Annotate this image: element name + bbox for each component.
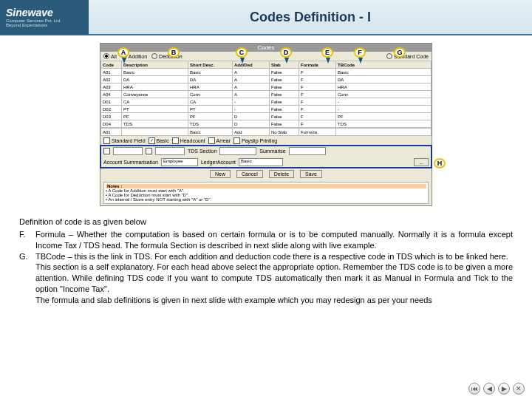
- cell-code: D01: [101, 98, 122, 106]
- col-code[interactable]: Code: [101, 61, 122, 69]
- cell-desc: DA: [122, 76, 188, 83]
- browse-button[interactable]: ...: [414, 158, 429, 166]
- cb-standard[interactable]: Standard Field: [103, 137, 146, 144]
- inp-tds[interactable]: [219, 147, 256, 155]
- def-f-label: F.: [19, 229, 35, 251]
- arrow-e: [326, 58, 330, 64]
- filter-row: All Addition Deduction Standard Code: [100, 52, 432, 61]
- nav-prev-icon[interactable]: ◀: [483, 383, 495, 395]
- inp-emp[interactable]: Employee: [161, 158, 198, 166]
- cell-short: TDS: [188, 120, 233, 128]
- cell-short: Basic: [188, 69, 233, 76]
- cell-formula: F: [299, 98, 336, 106]
- cancel-button[interactable]: Cancel: [236, 170, 263, 178]
- cell-tb: DA: [336, 76, 432, 83]
- edit-slab[interactable]: No Slab: [270, 129, 299, 136]
- cell-short: PF: [188, 113, 233, 120]
- button-row: New Cancel Delete Save: [100, 168, 432, 180]
- table-row[interactable]: D03PFPFDFalseFPF: [101, 113, 432, 120]
- edit-row: A01 Basic Add No Slab Formula: [100, 128, 432, 136]
- cell-code: A04: [101, 91, 122, 98]
- cell-formula: F: [299, 83, 336, 91]
- cell-add: D: [233, 120, 270, 128]
- inp-sum[interactable]: [289, 147, 326, 155]
- nav-close-icon[interactable]: ✕: [513, 383, 525, 395]
- cell-add: A: [233, 69, 270, 76]
- table-row[interactable]: D02PTPT-FalseF-: [101, 106, 432, 113]
- table-row[interactable]: A03HRAHRAAFalseFHRA: [101, 83, 432, 91]
- col-add[interactable]: Add/Ded: [233, 61, 270, 69]
- cell-desc: CA: [122, 98, 188, 106]
- inp-1[interactable]: [113, 147, 143, 155]
- cell-short: HRA: [188, 83, 233, 91]
- cell-add: A: [233, 83, 270, 91]
- notes-box: Notes : • A Code for Addition must start…: [103, 182, 429, 204]
- edit-formula[interactable]: Formula: [299, 129, 336, 136]
- header: Sinewave Computer Services Pvt. Ltd. Bey…: [0, 0, 532, 35]
- marker-a: A: [117, 47, 129, 58]
- cell-add: -: [233, 106, 270, 113]
- edit-add[interactable]: Add: [233, 129, 270, 136]
- cell-formula: F: [299, 91, 336, 98]
- nav-next-icon[interactable]: ▶: [498, 383, 510, 395]
- cb-arrear[interactable]: Arrear: [208, 137, 231, 144]
- cell-formula: F: [299, 106, 336, 113]
- cb-payslip[interactable]: Payslip Printing: [233, 137, 277, 144]
- cell-slab: False: [270, 120, 299, 128]
- radio-all[interactable]: All: [103, 53, 117, 59]
- edit-desc[interactable]: [122, 129, 188, 136]
- col-formula[interactable]: Formula: [299, 61, 336, 69]
- cb-1[interactable]: [103, 148, 110, 154]
- cell-tb: PF: [336, 113, 432, 120]
- col-tb[interactable]: TBCode: [336, 61, 432, 69]
- logo-name: Sinewave: [6, 7, 89, 18]
- highlighted-section: TDS Section Summarise Account Summarisat…: [100, 146, 432, 168]
- cell-slab: False: [270, 83, 299, 91]
- cell-formula: F: [299, 69, 336, 76]
- marker-h: H: [434, 158, 446, 168]
- cell-desc: TDS: [122, 120, 188, 128]
- cell-code: A02: [101, 76, 122, 83]
- def-g: TBCode – this is the link in TDS. For ea…: [35, 252, 508, 261]
- cell-short: Conv: [188, 91, 233, 98]
- cell-slab: False: [270, 113, 299, 120]
- new-button[interactable]: New: [210, 170, 231, 178]
- cell-slab: False: [270, 91, 299, 98]
- cell-desc: PT: [122, 106, 188, 113]
- cb-headcount[interactable]: Headcount: [172, 137, 205, 144]
- table-row[interactable]: D04TDSTDSDFalseFTDS: [101, 120, 432, 128]
- cell-desc: HRA: [122, 83, 188, 91]
- cell-slab: False: [270, 76, 299, 83]
- inp-ledger[interactable]: Basic: [239, 158, 283, 166]
- col-desc[interactable]: Description: [122, 61, 188, 69]
- logo-sub2: Beyond Expectations: [6, 23, 89, 27]
- table-row[interactable]: A04ConveyanceConvAFalseFConv: [101, 91, 432, 98]
- cb-basic[interactable]: Basic: [149, 137, 169, 144]
- edit-short[interactable]: Basic: [188, 129, 233, 136]
- definition-text: Definition of code is as given below F. …: [0, 212, 532, 310]
- cell-slab: False: [270, 69, 299, 76]
- cell-tb: Basic: [336, 69, 432, 76]
- def-g-label: G.: [19, 251, 35, 306]
- inp-2[interactable]: [155, 147, 185, 155]
- table-row[interactable]: D01CACA-FalseF-: [101, 98, 432, 106]
- edit-code[interactable]: A01: [101, 129, 122, 136]
- cell-code: A01: [101, 69, 122, 76]
- save-button[interactable]: Save: [300, 170, 322, 178]
- cell-code: D03: [101, 113, 122, 120]
- nav-first-icon[interactable]: ⏮: [468, 383, 480, 395]
- table-row[interactable]: A02DADAAFalseFDA: [101, 76, 432, 83]
- marker-g: G: [394, 47, 406, 58]
- col-short[interactable]: Short Desc.: [188, 61, 233, 69]
- edit-tb[interactable]: [336, 129, 432, 136]
- cell-add: A: [233, 91, 270, 98]
- table-row[interactable]: A01BasicBasicAFalseFBasic: [101, 69, 432, 76]
- field-row-2: TDS Section Summarise: [100, 146, 432, 157]
- cb-2[interactable]: [146, 148, 152, 154]
- cell-tb: -: [336, 106, 432, 113]
- marker-e: E: [321, 47, 333, 58]
- delete-button[interactable]: Delete: [269, 170, 294, 178]
- radio-standard[interactable]: Standard Code: [386, 53, 429, 59]
- cell-add: D: [233, 113, 270, 120]
- cell-tb: -: [336, 98, 432, 106]
